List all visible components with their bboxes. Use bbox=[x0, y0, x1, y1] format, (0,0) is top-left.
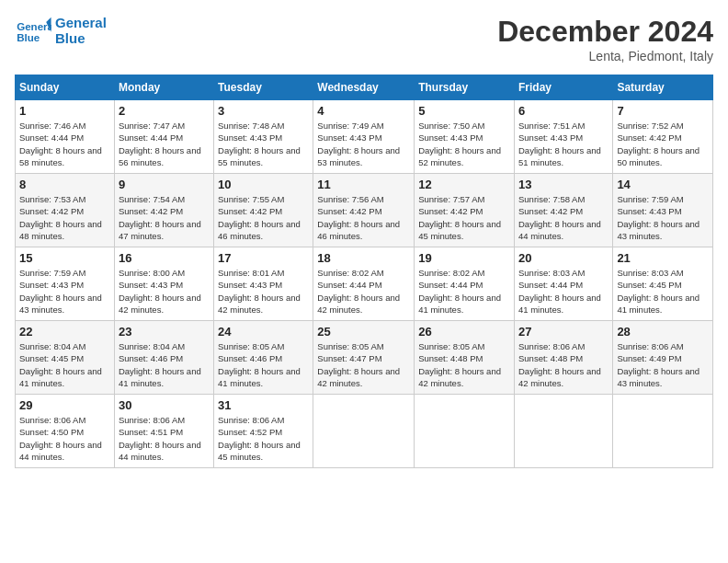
day-info: Sunrise: 8:03 AMSunset: 4:44 PMDaylight:… bbox=[518, 267, 609, 316]
day-number: 23 bbox=[119, 325, 210, 339]
day-number: 18 bbox=[317, 251, 410, 265]
calendar-header-row: SundayMondayTuesdayWednesdayThursdayFrid… bbox=[16, 75, 713, 100]
day-number: 21 bbox=[617, 251, 709, 265]
day-number: 11 bbox=[317, 178, 410, 191]
calendar-cell: 11Sunrise: 7:56 AMSunset: 4:42 PMDayligh… bbox=[313, 174, 415, 247]
day-number: 19 bbox=[418, 251, 510, 265]
day-number: 24 bbox=[218, 325, 309, 339]
day-number: 15 bbox=[19, 251, 110, 265]
day-info: Sunrise: 8:02 AMSunset: 4:44 PMDaylight:… bbox=[317, 267, 410, 316]
day-info: Sunrise: 8:06 AMSunset: 4:51 PMDaylight:… bbox=[119, 414, 210, 463]
day-info: Sunrise: 8:05 AMSunset: 4:46 PMDaylight:… bbox=[218, 340, 309, 389]
day-number: 13 bbox=[518, 178, 609, 191]
calendar-cell: 15Sunrise: 7:59 AMSunset: 4:43 PMDayligh… bbox=[16, 247, 115, 321]
calendar-cell: 21Sunrise: 8:03 AMSunset: 4:45 PMDayligh… bbox=[613, 247, 713, 321]
day-info: Sunrise: 7:48 AMSunset: 4:43 PMDaylight:… bbox=[218, 120, 309, 168]
day-number: 4 bbox=[317, 104, 410, 118]
day-info: Sunrise: 8:06 AMSunset: 4:52 PMDaylight:… bbox=[218, 414, 309, 463]
calendar-cell: 29Sunrise: 8:06 AMSunset: 4:50 PMDayligh… bbox=[16, 395, 115, 468]
day-info: Sunrise: 8:06 AMSunset: 4:50 PMDaylight:… bbox=[19, 414, 110, 463]
calendar-cell: 4Sunrise: 7:49 AMSunset: 4:43 PMDaylight… bbox=[313, 100, 415, 174]
day-number: 16 bbox=[119, 251, 210, 265]
day-info: Sunrise: 7:57 AMSunset: 4:42 PMDaylight:… bbox=[418, 193, 510, 242]
calendar-cell: 5Sunrise: 7:50 AMSunset: 4:43 PMDaylight… bbox=[415, 100, 515, 174]
day-number: 7 bbox=[617, 104, 709, 118]
calendar-cell: 12Sunrise: 7:57 AMSunset: 4:42 PMDayligh… bbox=[415, 174, 515, 247]
day-number: 6 bbox=[518, 104, 609, 118]
weekday-header: Sunday bbox=[16, 75, 115, 100]
calendar-cell: 8Sunrise: 7:53 AMSunset: 4:42 PMDaylight… bbox=[16, 174, 115, 247]
calendar-cell: 26Sunrise: 8:05 AMSunset: 4:48 PMDayligh… bbox=[415, 321, 515, 395]
calendar-cell: 3Sunrise: 7:48 AMSunset: 4:43 PMDaylight… bbox=[214, 100, 313, 174]
calendar-cell: 9Sunrise: 7:54 AMSunset: 4:42 PMDaylight… bbox=[114, 174, 213, 247]
logo-text: GeneralBlue bbox=[55, 15, 107, 46]
day-info: Sunrise: 7:46 AMSunset: 4:44 PMDaylight:… bbox=[19, 120, 110, 168]
title-block: December 2024 Lenta, Piedmont, Italy bbox=[497, 15, 713, 63]
day-number: 8 bbox=[19, 178, 110, 191]
location: Lenta, Piedmont, Italy bbox=[497, 49, 713, 63]
calendar-cell: 14Sunrise: 7:59 AMSunset: 4:43 PMDayligh… bbox=[613, 174, 713, 247]
day-number: 20 bbox=[518, 251, 609, 265]
day-number: 17 bbox=[218, 251, 309, 265]
day-number: 22 bbox=[19, 325, 110, 339]
day-number: 31 bbox=[218, 398, 309, 412]
calendar-cell: 2Sunrise: 7:47 AMSunset: 4:44 PMDaylight… bbox=[114, 100, 213, 174]
calendar-cell bbox=[415, 395, 515, 468]
day-info: Sunrise: 8:00 AMSunset: 4:43 PMDaylight:… bbox=[119, 267, 210, 316]
day-number: 14 bbox=[617, 178, 709, 191]
day-number: 2 bbox=[119, 104, 210, 118]
weekday-header: Saturday bbox=[613, 75, 713, 100]
day-info: Sunrise: 7:47 AMSunset: 4:44 PMDaylight:… bbox=[119, 120, 210, 168]
day-number: 30 bbox=[119, 398, 210, 412]
calendar-cell: 30Sunrise: 8:06 AMSunset: 4:51 PMDayligh… bbox=[114, 395, 213, 468]
calendar-week-row: 29Sunrise: 8:06 AMSunset: 4:50 PMDayligh… bbox=[16, 395, 713, 468]
calendar-cell: 1Sunrise: 7:46 AMSunset: 4:44 PMDaylight… bbox=[16, 100, 115, 174]
day-number: 12 bbox=[418, 178, 510, 191]
day-info: Sunrise: 7:53 AMSunset: 4:42 PMDaylight:… bbox=[19, 193, 110, 242]
calendar-cell: 16Sunrise: 8:00 AMSunset: 4:43 PMDayligh… bbox=[114, 247, 213, 321]
calendar-cell: 18Sunrise: 8:02 AMSunset: 4:44 PMDayligh… bbox=[313, 247, 415, 321]
day-number: 28 bbox=[617, 325, 709, 339]
day-number: 29 bbox=[19, 398, 110, 412]
day-info: Sunrise: 7:49 AMSunset: 4:43 PMDaylight:… bbox=[317, 120, 410, 168]
calendar-week-row: 15Sunrise: 7:59 AMSunset: 4:43 PMDayligh… bbox=[16, 247, 713, 321]
day-number: 10 bbox=[218, 178, 309, 191]
calendar-week-row: 8Sunrise: 7:53 AMSunset: 4:42 PMDaylight… bbox=[16, 174, 713, 247]
day-number: 9 bbox=[119, 178, 210, 191]
day-info: Sunrise: 8:01 AMSunset: 4:43 PMDaylight:… bbox=[218, 267, 309, 316]
calendar-cell: 27Sunrise: 8:06 AMSunset: 4:48 PMDayligh… bbox=[514, 321, 612, 395]
calendar-week-row: 1Sunrise: 7:46 AMSunset: 4:44 PMDaylight… bbox=[16, 100, 713, 174]
day-info: Sunrise: 8:03 AMSunset: 4:45 PMDaylight:… bbox=[617, 267, 709, 316]
day-info: Sunrise: 7:54 AMSunset: 4:42 PMDaylight:… bbox=[119, 193, 210, 242]
day-number: 5 bbox=[418, 104, 510, 118]
logo-icon: General Blue bbox=[15, 16, 51, 45]
weekday-header: Thursday bbox=[415, 75, 515, 100]
calendar-body: 1Sunrise: 7:46 AMSunset: 4:44 PMDaylight… bbox=[16, 100, 713, 468]
day-info: Sunrise: 7:51 AMSunset: 4:43 PMDaylight:… bbox=[518, 120, 609, 168]
weekday-header: Tuesday bbox=[214, 75, 313, 100]
day-number: 27 bbox=[518, 325, 609, 339]
day-info: Sunrise: 8:02 AMSunset: 4:44 PMDaylight:… bbox=[418, 267, 510, 316]
calendar-cell: 20Sunrise: 8:03 AMSunset: 4:44 PMDayligh… bbox=[514, 247, 612, 321]
calendar-cell bbox=[613, 395, 713, 468]
day-info: Sunrise: 8:05 AMSunset: 4:47 PMDaylight:… bbox=[317, 340, 410, 389]
calendar-cell: 24Sunrise: 8:05 AMSunset: 4:46 PMDayligh… bbox=[214, 321, 313, 395]
calendar-cell: 25Sunrise: 8:05 AMSunset: 4:47 PMDayligh… bbox=[313, 321, 415, 395]
calendar-cell bbox=[313, 395, 415, 468]
calendar-cell: 7Sunrise: 7:52 AMSunset: 4:42 PMDaylight… bbox=[613, 100, 713, 174]
day-info: Sunrise: 7:59 AMSunset: 4:43 PMDaylight:… bbox=[617, 193, 709, 242]
calendar-cell: 28Sunrise: 8:06 AMSunset: 4:49 PMDayligh… bbox=[613, 321, 713, 395]
calendar-cell: 19Sunrise: 8:02 AMSunset: 4:44 PMDayligh… bbox=[415, 247, 515, 321]
svg-text:Blue: Blue bbox=[17, 32, 40, 43]
day-info: Sunrise: 8:04 AMSunset: 4:45 PMDaylight:… bbox=[19, 340, 110, 389]
day-info: Sunrise: 7:58 AMSunset: 4:42 PMDaylight:… bbox=[518, 193, 609, 242]
logo: General Blue GeneralBlue bbox=[15, 15, 107, 46]
day-info: Sunrise: 7:55 AMSunset: 4:42 PMDaylight:… bbox=[218, 193, 309, 242]
day-info: Sunrise: 8:04 AMSunset: 4:46 PMDaylight:… bbox=[119, 340, 210, 389]
calendar-table: SundayMondayTuesdayWednesdayThursdayFrid… bbox=[15, 75, 713, 468]
day-info: Sunrise: 8:05 AMSunset: 4:48 PMDaylight:… bbox=[418, 340, 510, 389]
day-info: Sunrise: 8:06 AMSunset: 4:49 PMDaylight:… bbox=[617, 340, 709, 389]
day-number: 3 bbox=[218, 104, 309, 118]
calendar-cell: 13Sunrise: 7:58 AMSunset: 4:42 PMDayligh… bbox=[514, 174, 612, 247]
weekday-header: Friday bbox=[514, 75, 612, 100]
